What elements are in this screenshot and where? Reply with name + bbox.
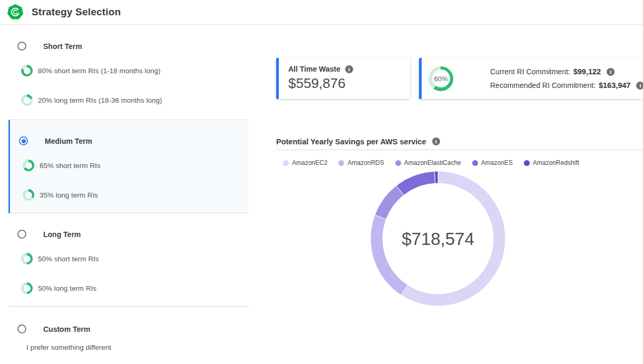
radio-row-long-term[interactable]: Long Term: [17, 230, 81, 239]
recommended-ri-value: $163,947: [599, 81, 630, 90]
allocation-item: 50% short term RIs: [21, 253, 99, 264]
legend-label: AmazonElastiCache: [404, 159, 461, 166]
mini-donut-icon: [21, 253, 33, 264]
mini-donut-icon: [23, 189, 34, 201]
strategy-option-short-term[interactable]: Short Term 80% short term RIs (1-18 mont…: [8, 25, 249, 120]
radio-row-custom-term[interactable]: Custom Term: [17, 324, 90, 333]
commitment-gauge: 60%: [428, 66, 453, 91]
strategy-selection-page: Strategy Selection Short Term 80% short …: [0, 0, 643, 364]
current-ri-label: Current RI Commitment:: [490, 67, 570, 76]
current-ri-commitment-row: Current RI Commitment: $99,122 i: [490, 67, 643, 76]
allocation-label: 20% long term RIs (18-36 months long): [38, 96, 162, 104]
current-ri-value: $99,122: [573, 67, 601, 76]
custom-term-description: I prefer something different: [26, 343, 111, 351]
allocation-label: 80% short term RIs (1-18 months long): [38, 67, 161, 75]
legend-label: AmazonRedshift: [533, 159, 579, 166]
legend-item-AmazonElastiCache[interactable]: AmazonElastiCache: [395, 159, 461, 166]
mini-donut-icon: [23, 160, 34, 171]
waste-card-label: All Time Waste: [288, 65, 340, 73]
legend-item-AmazonRDS[interactable]: AmazonRDS: [338, 159, 384, 166]
legend-item-AmazonEC2[interactable]: AmazonEC2: [283, 159, 327, 166]
radio-icon[interactable]: [17, 230, 26, 239]
radio-icon[interactable]: [19, 136, 28, 145]
cloudability-logo-icon: [7, 4, 23, 20]
savings-donut-chart: $718,574: [369, 170, 506, 307]
strategy-option-medium-term[interactable]: Medium Term 65% short term RIs 35% long …: [8, 120, 249, 213]
chart-legend: AmazonEC2AmazonRDSAmazonElastiCacheAmazo…: [283, 159, 579, 166]
donut-segment-AmazonRDS[interactable]: [371, 215, 408, 295]
option-label: Custom Term: [43, 325, 90, 333]
donut-segment-AmazonES[interactable]: [396, 171, 435, 195]
legend-dot-icon: [524, 160, 530, 166]
recommended-ri-label: Recommended RI Commitment:: [490, 81, 596, 90]
info-icon[interactable]: i: [345, 65, 353, 73]
allocation-item: 50% long term RIs: [21, 282, 96, 294]
option-label: Short Term: [43, 42, 82, 51]
mini-donut-icon: [21, 94, 33, 106]
savings-chart-header: Potential Yearly Savings per AWS service…: [276, 133, 643, 150]
donut-segment-AmazonElastiCache[interactable]: [375, 185, 404, 219]
mini-donut-icon: [21, 65, 33, 76]
waste-card-value: $559,876: [288, 75, 410, 92]
strategy-option-long-term[interactable]: Long Term 50% short term RIs 50% long te…: [8, 213, 249, 306]
allocation-item: 20% long term RIs (18-36 months long): [21, 94, 162, 106]
legend-dot-icon: [395, 160, 401, 166]
recommended-ri-commitment-row: Recommended RI Commitment: $163,947 i: [490, 81, 643, 90]
donut-segment-AmazonRedshift[interactable]: [435, 171, 438, 183]
radio-icon[interactable]: [17, 42, 26, 51]
mini-donut-icon: [21, 282, 33, 294]
all-time-waste-card: All Time Waste i $559,876: [276, 58, 410, 99]
ri-commitment-card: 60% Current RI Commitment: $99,122 i Rec…: [419, 58, 643, 99]
legend-label: AmazonRDS: [347, 159, 384, 166]
allocation-label: 35% long term RIs: [40, 191, 98, 199]
savings-chart-title: Potential Yearly Savings per AWS service: [276, 137, 426, 146]
legend-label: AmazonEC2: [292, 159, 327, 166]
page-title: Strategy Selection: [32, 6, 121, 18]
legend-dot-icon: [283, 160, 289, 166]
legend-dot-icon: [338, 160, 344, 166]
info-icon[interactable]: i: [636, 82, 643, 90]
allocation-label: 50% short term RIs: [38, 255, 99, 263]
allocation-item: 65% short term RIs: [23, 160, 101, 171]
allocation-label: 65% short term RIs: [40, 162, 101, 170]
option-label: Long Term: [43, 230, 81, 239]
allocation-label: 50% long term RIs: [38, 284, 96, 292]
legend-dot-icon: [472, 160, 478, 166]
info-icon[interactable]: i: [432, 137, 440, 145]
radio-row-short-term[interactable]: Short Term: [17, 42, 82, 51]
allocation-item: 80% short term RIs (1-18 months long): [21, 65, 161, 76]
legend-item-AmazonRedshift[interactable]: AmazonRedshift: [524, 159, 579, 166]
gauge-percent-label: 60%: [434, 75, 447, 83]
donut-center-value: $718,574: [402, 229, 474, 249]
option-label: Medium Term: [45, 137, 92, 145]
radio-icon[interactable]: [17, 324, 26, 333]
allocation-item: 35% long term RIs: [23, 189, 98, 201]
legend-item-AmazonES[interactable]: AmazonES: [472, 159, 513, 166]
radio-row-medium-term[interactable]: Medium Term: [19, 136, 92, 145]
info-icon[interactable]: i: [607, 68, 615, 76]
strategy-option-custom-term[interactable]: Custom Term I prefer something different: [8, 306, 249, 364]
legend-label: AmazonES: [481, 159, 513, 166]
app-header: Strategy Selection: [0, 0, 643, 25]
